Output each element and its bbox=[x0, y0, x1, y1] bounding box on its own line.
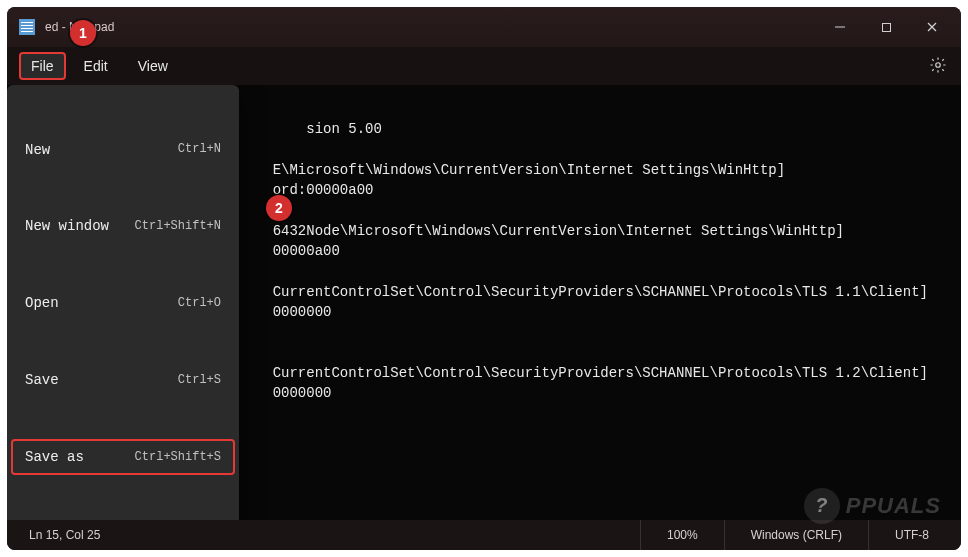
maximize-button[interactable] bbox=[863, 11, 909, 43]
menu-item-save[interactable]: Save Ctrl+S bbox=[11, 362, 235, 398]
status-zoom[interactable]: 100% bbox=[640, 520, 724, 550]
file-dropdown: New Ctrl+N New window Ctrl+Shift+N Open … bbox=[7, 85, 239, 520]
menubar: File Edit View bbox=[7, 47, 961, 85]
svg-point-4 bbox=[936, 62, 941, 67]
menu-item-open[interactable]: Open Ctrl+O bbox=[11, 285, 235, 321]
watermark-question-icon bbox=[804, 488, 840, 524]
menu-item-shortcut: Ctrl+N bbox=[178, 141, 221, 158]
status-line-ending: Windows (CRLF) bbox=[724, 520, 868, 550]
minimize-button[interactable] bbox=[817, 11, 863, 43]
menu-item-new-window[interactable]: New window Ctrl+Shift+N bbox=[11, 208, 235, 244]
editor[interactable]: sion 5.00 E\Microsoft\Windows\CurrentVer… bbox=[7, 85, 961, 520]
watermark-text: PPUALS bbox=[846, 493, 941, 519]
svg-rect-1 bbox=[882, 23, 890, 31]
menu-file[interactable]: File bbox=[19, 52, 66, 80]
status-position: Ln 15, Col 25 bbox=[13, 528, 640, 542]
callout-1: 1 bbox=[70, 20, 96, 46]
watermark: PPUALS bbox=[804, 488, 941, 524]
menu-item-label: New window bbox=[25, 216, 109, 236]
menu-item-label: New bbox=[25, 140, 50, 160]
menu-item-new[interactable]: New Ctrl+N bbox=[11, 132, 235, 168]
menu-item-shortcut: Ctrl+O bbox=[178, 295, 221, 312]
statusbar: Ln 15, Col 25 100% Windows (CRLF) UTF-8 bbox=[7, 520, 961, 550]
menu-item-shortcut: Ctrl+S bbox=[178, 372, 221, 389]
menu-item-label: Open bbox=[25, 293, 59, 313]
notepad-window: ed - Notepad File Edit View sion 5.00 bbox=[7, 7, 961, 550]
status-encoding: UTF-8 bbox=[868, 520, 955, 550]
callout-2: 2 bbox=[266, 195, 292, 221]
menu-item-shortcut: Ctrl+Shift+N bbox=[135, 218, 221, 235]
menu-edit[interactable]: Edit bbox=[72, 52, 120, 80]
titlebar: ed - Notepad bbox=[7, 7, 961, 47]
menu-view[interactable]: View bbox=[126, 52, 180, 80]
notepad-app-icon bbox=[19, 19, 35, 35]
menu-item-label: Save as bbox=[25, 447, 84, 467]
menu-item-save-as[interactable]: Save as Ctrl+Shift+S bbox=[11, 439, 235, 475]
menu-item-label: Save bbox=[25, 370, 59, 390]
close-button[interactable] bbox=[909, 11, 955, 43]
menu-item-shortcut: Ctrl+Shift+S bbox=[135, 449, 221, 466]
settings-icon[interactable] bbox=[929, 56, 947, 77]
